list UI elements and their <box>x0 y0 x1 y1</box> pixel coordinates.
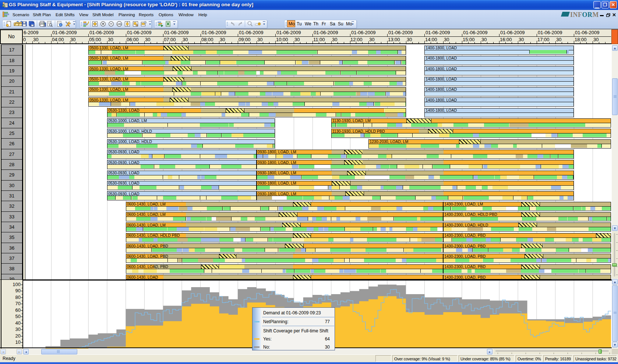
svg-text:100: 100 <box>117 23 121 25</box>
svg-text:i: i <box>60 23 61 26</box>
